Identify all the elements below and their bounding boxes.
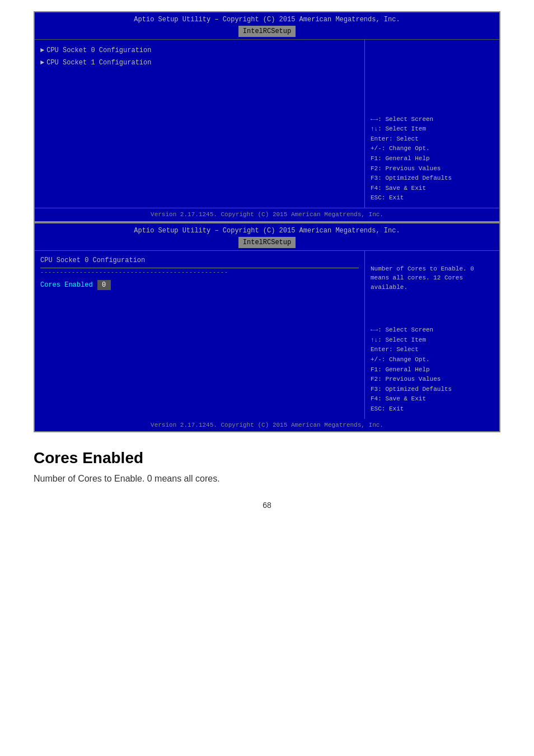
bios-tab-2[interactable]: IntelRCSetup [238, 237, 296, 248]
help-f2-2: F2: Previous Values [371, 375, 494, 385]
help-change-opt-1: +/-: Change Opt. [371, 144, 494, 154]
bios-help-text-2: ←→: Select Screen ↑↓: Select Item Enter:… [371, 325, 494, 414]
help-enter-2: Enter: Select [371, 345, 494, 355]
bios-title-1: Aptio Setup Utility – Copyright (C) 2015… [39, 15, 495, 25]
arrow-icon-1: ► [40, 58, 44, 68]
help-f3-1: F3: Optimized Defaults [371, 174, 494, 184]
menu-item-cpu-socket-1[interactable]: ► CPU Socket 1 Configuration [40, 57, 359, 69]
bios-help-text-1: ←→: Select Screen ↑↓: Select Item Enter:… [371, 115, 494, 203]
bios-screen-2: Aptio Setup Utility – Copyright (C) 2015… [34, 222, 500, 433]
menu-item-label-1: CPU Socket 1 Configuration [46, 58, 151, 68]
bios-help-panel-2: Number of Cores to Enable. 0 means all c… [365, 251, 499, 419]
help-select-item-2: ↑↓: Select Item [371, 335, 494, 346]
bios-screen-1: Aptio Setup Utility – Copyright (C) 2015… [34, 11, 500, 222]
cores-row: Cores Enabled 0 [40, 279, 359, 291]
help-f4-1: F4: Save & Exit [371, 184, 494, 194]
help-f4-2: F4: Save & Exit [371, 394, 494, 404]
bios-title-2: Aptio Setup Utility – Copyright (C) 2015… [39, 226, 495, 236]
bios-menu-panel-2: CPU Socket 0 Configuration -------------… [35, 251, 365, 419]
help-f1-1: F1: General Help [371, 154, 494, 164]
cores-help-text: Number of Cores to Enable. 0 means all c… [371, 264, 494, 292]
help-esc-2: ESC: Exit [371, 404, 494, 414]
bottom-section: Cores Enabled Number of Cores to Enable.… [34, 432, 500, 515]
bios-help-panel-1: ←→: Select Screen ↑↓: Select Item Enter:… [365, 40, 499, 208]
feature-description: Number of Cores to Enable. 0 means all c… [34, 474, 500, 484]
menu-item-cpu-socket-0[interactable]: ► CPU Socket 0 Configuration [40, 44, 359, 57]
cores-enabled-value[interactable]: 0 [97, 280, 111, 290]
divider-2: ----------------------------------------… [40, 268, 359, 277]
help-select-screen-1: ←→: Select Screen [371, 115, 494, 125]
bios-menu-panel-1: ► CPU Socket 0 Configuration ► CPU Socke… [35, 40, 365, 208]
bios-header-1: Aptio Setup Utility – Copyright (C) 2015… [35, 12, 499, 40]
bios-footer-1: Version 2.17.1245. Copyright (C) 2015 Am… [35, 208, 499, 221]
feature-title: Cores Enabled [34, 449, 500, 467]
bios-tab-1[interactable]: IntelRCSetup [238, 26, 296, 37]
help-f2-1: F2: Previous Values [371, 164, 494, 174]
help-select-screen-2: ←→: Select Screen [371, 325, 494, 335]
help-select-item-1: ↑↓: Select Item [371, 124, 494, 134]
cores-enabled-label: Cores Enabled [40, 280, 93, 290]
page-number: 68 [34, 501, 500, 510]
bios-footer-2: Version 2.17.1245. Copyright (C) 2015 Am… [35, 419, 499, 432]
help-enter-1: Enter: Select [371, 134, 494, 144]
section-title-2: CPU Socket 0 Configuration [40, 255, 359, 265]
help-f1-2: F1: General Help [371, 365, 494, 375]
menu-item-label-0: CPU Socket 0 Configuration [46, 45, 151, 55]
bios-header-2: Aptio Setup Utility – Copyright (C) 2015… [35, 223, 499, 251]
help-f3-2: F3: Optimized Defaults [371, 385, 494, 395]
help-change-opt-2: +/-: Change Opt. [371, 355, 494, 365]
help-esc-1: ESC: Exit [371, 193, 494, 203]
arrow-icon-0: ► [40, 45, 44, 55]
